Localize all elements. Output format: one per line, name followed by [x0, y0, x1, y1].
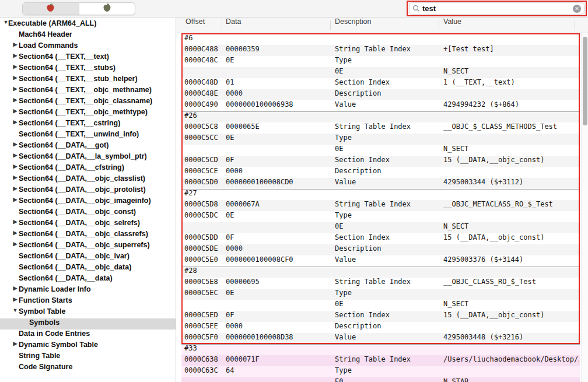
column-header-description[interactable]: Description — [335, 17, 372, 33]
table-row[interactable]: 0EN_SECT — [181, 222, 580, 233]
sidebar-item[interactable]: Data in Code Entries — [0, 330, 176, 341]
sidebar-item[interactable]: Code Signature — [0, 363, 176, 374]
sidebar-item[interactable]: ▶Section64 (__DATA,__got) — [0, 141, 176, 152]
disclosure-closed-icon[interactable]: ▶ — [12, 75, 19, 80]
sidebar-item[interactable]: Mach64 Header — [0, 30, 176, 41]
table-row[interactable]: 0000C4900000000100006938Value4294994232 … — [181, 100, 580, 111]
table-row[interactable]: 0000C5F00000000100008D38Value4295003448 … — [181, 333, 580, 344]
table-row[interactable]: 0000C48D01Section Index1 (__TEXT,__text) — [181, 78, 580, 89]
column-header-offset[interactable]: Offset — [186, 17, 205, 33]
disclosure-closed-icon[interactable]: ▶ — [12, 185, 19, 191]
table-row[interactable]: E0N_STAB — [181, 377, 580, 382]
sidebar-item[interactable]: Section64 (__DATA,__objc_ivar) — [0, 252, 176, 263]
sidebar-item[interactable]: ▶Section64 (__TEXT,__objc_methname) — [0, 86, 176, 97]
sidebar-item[interactable]: Section64 (__DATA,__data) — [0, 274, 176, 285]
table-row[interactable]: 0000C5E00000000100008CF0Value4295003376 … — [181, 255, 580, 267]
disclosure-closed-icon[interactable]: ▶ — [12, 163, 19, 169]
table-row[interactable]: 0000C5DE0000Description — [181, 244, 580, 255]
table-row[interactable]: 0000C5CE0000Description — [181, 167, 580, 178]
disclosure-closed-icon[interactable]: ▶ — [12, 64, 19, 69]
sidebar-item[interactable]: ▶Function Starts — [0, 296, 176, 307]
offset-cell: 0000C63C — [184, 366, 225, 374]
symbol-group-header-row[interactable]: #26 — [181, 111, 580, 122]
disclosure-closed-icon[interactable]: ▶ — [12, 152, 19, 158]
sidebar-item[interactable]: ▶Dynamic Loader Info — [0, 285, 176, 296]
disclosure-closed-icon[interactable]: ▶ — [12, 97, 19, 103]
table-row[interactable]: 0000C5ED0FSection Index15 (__DATA,__objc… — [181, 311, 580, 322]
sidebar-item-label: Section64 (__TEXT,__unwind_info) — [19, 130, 139, 138]
symbol-group-header-row[interactable]: #28 — [181, 267, 580, 278]
sidebar-item[interactable]: ▶Section64 (__DATA,__objc_protolist) — [0, 185, 176, 197]
sidebar-item[interactable]: ▼Symbol Table — [0, 307, 176, 318]
table-row[interactable]: 0000C5C80000065EString Table Index__OBJC… — [181, 122, 580, 134]
sidebar-item[interactable]: ▶Section64 (__DATA,__objc_imageinfo) — [0, 197, 176, 208]
vertical-scrollbar[interactable] — [581, 33, 588, 382]
disclosure-closed-icon[interactable]: ▶ — [12, 241, 19, 247]
disclosure-closed-icon[interactable]: ▶ — [12, 197, 19, 202]
column-header-value[interactable]: Value — [443, 17, 461, 33]
sidebar-item[interactable]: ▶Section64 (__TEXT,__objc_classname) — [0, 97, 176, 108]
disclosure-closed-icon[interactable]: ▶ — [12, 86, 19, 92]
sidebar-item[interactable]: ▶Dynamic Symbol Table — [0, 341, 176, 352]
disclosure-closed-icon[interactable]: ▶ — [12, 230, 19, 236]
disclosure-closed-icon[interactable]: ▶ — [12, 285, 19, 291]
table-row[interactable]: 0EN_SECT — [181, 300, 580, 311]
scrollbar-thumb[interactable] — [583, 37, 587, 125]
symbol-group-header-row[interactable]: #33 — [181, 344, 580, 355]
disclosure-closed-icon[interactable]: ▶ — [12, 108, 19, 114]
sidebar-item[interactable]: Symbols — [0, 318, 176, 330]
disclosure-closed-icon[interactable]: ▶ — [12, 141, 19, 147]
disclosure-open-icon[interactable]: ▼ — [12, 307, 19, 313]
sidebar-item[interactable]: ▶Section64 (__DATA,__objc_classlist) — [0, 174, 176, 185]
clear-search-icon[interactable]: ✕ — [573, 5, 581, 13]
disclosure-closed-icon[interactable]: ▶ — [12, 174, 19, 180]
table-row[interactable]: 0000C5D80000067AString Table Index__OBJC… — [181, 200, 580, 211]
table-row[interactable]: 0000C6380000071FString Table Index/Users… — [181, 355, 580, 366]
disclosure-closed-icon[interactable]: ▶ — [12, 41, 19, 47]
sidebar-item[interactable]: ▶Section64 (__DATA,__objc_classrefs) — [0, 230, 176, 241]
sidebar-item[interactable]: String Table — [0, 352, 176, 363]
segment-red-apple-button[interactable] — [23, 3, 79, 15]
table-row[interactable]: 0000C5D00000000100008CD0Value4295003344 … — [181, 178, 580, 189]
column-header-data[interactable]: Data — [226, 17, 241, 33]
table-row[interactable]: 0000C5CC0EType — [181, 134, 580, 145]
table-row[interactable]: 0000C48E0000Description — [181, 89, 580, 100]
table-row[interactable]: 0000C5EC0EType — [181, 289, 580, 300]
table-row[interactable]: 0000C5DC0EType — [181, 211, 580, 222]
sidebar-item[interactable]: ▶Section64 (__DATA,__objc_superrefs) — [0, 241, 176, 252]
toolbar: ✕ — [0, 0, 588, 17]
search-field[interactable]: ✕ — [409, 2, 584, 15]
sidebar-item[interactable]: Section64 (__DATA,__objc_const) — [0, 208, 176, 219]
search-input[interactable] — [422, 4, 573, 13]
sidebar-item[interactable]: ▶Section64 (__TEXT,__text) — [0, 52, 176, 64]
table-row[interactable]: 0000C5DD0FSection Index15 (__DATA,__objc… — [181, 233, 580, 244]
table-row[interactable]: 0000C48800000359String Table Index+[Test… — [181, 45, 580, 56]
table-row[interactable]: 0EN_SECT — [181, 145, 580, 156]
segment-dark-apple-button[interactable] — [79, 3, 135, 15]
sidebar-item[interactable]: ▶Section64 (__DATA,__objc_selrefs) — [0, 219, 176, 230]
disclosure-closed-icon[interactable]: ▶ — [12, 219, 19, 225]
sidebar-item[interactable]: ▶Section64 (__TEXT,__stubs) — [0, 64, 176, 75]
table-row[interactable]: 0EN_SECT — [181, 67, 580, 78]
sidebar-item[interactable]: ▶Section64 (__DATA,__cfstring) — [0, 163, 176, 174]
sidebar-item[interactable]: ▶Section64 (__DATA,__la_symbol_ptr) — [0, 152, 176, 163]
table-row[interactable]: 0000C5CD0FSection Index15 (__DATA,__objc… — [181, 156, 580, 167]
sidebar-item[interactable]: ▶Section64 (__TEXT,__objc_methtype) — [0, 108, 176, 119]
sidebar-item[interactable]: ▼Executable (ARM64_ALL) — [0, 19, 176, 30]
sidebar-item[interactable]: Section64 (__TEXT,__unwind_info) — [0, 130, 176, 141]
table-row[interactable]: 0000C63C64Type — [181, 366, 580, 377]
symbol-group-header-row[interactable]: #6 — [181, 34, 580, 45]
offset-cell: 0000C490 — [184, 100, 225, 108]
sidebar-item[interactable]: Section64 (__DATA,__objc_data) — [0, 263, 176, 274]
disclosure-closed-icon[interactable]: ▶ — [12, 119, 19, 125]
table-row[interactable]: 0000C48C0EType — [181, 56, 580, 67]
table-row[interactable]: 0000C5EE0000Description — [181, 322, 580, 333]
disclosure-closed-icon[interactable]: ▶ — [12, 52, 19, 58]
disclosure-closed-icon[interactable]: ▶ — [12, 296, 19, 302]
symbol-group-header-row[interactable]: #27 — [181, 189, 580, 200]
disclosure-closed-icon[interactable]: ▶ — [12, 341, 19, 346]
sidebar-item[interactable]: ▶Load Commands — [0, 41, 176, 52]
sidebar-item[interactable]: ▶Section64 (__TEXT,__cstring) — [0, 119, 176, 130]
table-row[interactable]: 0000C5E800000695String Table Index__OBJC… — [181, 278, 580, 289]
sidebar-item[interactable]: ▶Section64 (__TEXT,__stub_helper) — [0, 75, 176, 86]
